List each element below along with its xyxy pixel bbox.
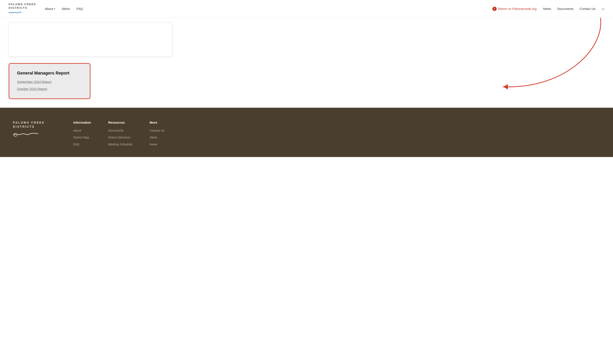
footer-col-more-heading: More	[150, 121, 165, 124]
return-to-palomacreek-link[interactable]: i Return to Palomacreek.org	[492, 7, 536, 11]
gm-report-section: General Managers Report September 2024 R…	[9, 63, 604, 99]
chevron-down-icon: ▾	[54, 8, 55, 10]
main-content: General Managers Report September 2024 R…	[0, 22, 613, 99]
footer-col-resources: Resources Documents District Elections M…	[108, 121, 132, 146]
footer-link-documents[interactable]: Documents	[108, 129, 132, 132]
main-nav: About ▾ Alerts FAQ	[45, 7, 83, 11]
footer-logo-area: PALOMA CREEK DISTRICTS	[13, 121, 60, 138]
site-header: PALOMA CREEK DISTRICTS About ▾ Alerts FA…	[0, 0, 613, 18]
footer-col-resources-links: Documents District Elections Meeting Sch…	[108, 129, 132, 146]
gm-report-title: General Managers Report	[17, 71, 82, 76]
footer-inner: PALOMA CREEK DISTRICTS Information About…	[13, 121, 600, 146]
logo-area[interactable]: PALOMA CREEK DISTRICTS	[9, 3, 36, 15]
logo-text: PALOMA CREEK DISTRICTS	[9, 3, 36, 10]
logo-wave-icon	[9, 10, 22, 14]
nav-faq[interactable]: FAQ	[77, 7, 83, 11]
nav-about[interactable]: About ▾	[45, 7, 55, 11]
footer-link-about[interactable]: About	[73, 129, 91, 132]
nav-news[interactable]: News	[543, 7, 551, 11]
footer-col-information: Information About District Map FAQ	[73, 121, 91, 146]
footer-col-resources-heading: Resources	[108, 121, 132, 124]
site-footer: PALOMA CREEK DISTRICTS Information About…	[0, 108, 613, 157]
september-report-link[interactable]: September 2024 Report	[17, 80, 82, 84]
footer-link-district-elections[interactable]: District Elections	[108, 135, 132, 139]
footer-col-more-links: Contact Us Alerts News	[150, 129, 165, 146]
gm-report-card: General Managers Report September 2024 R…	[9, 63, 91, 99]
info-icon: i	[492, 7, 497, 11]
footer-link-faq[interactable]: FAQ	[73, 142, 91, 146]
nav-documents[interactable]: Documents	[557, 7, 574, 11]
search-icon[interactable]: ⌕	[602, 6, 604, 11]
top-card	[9, 22, 172, 57]
footer-link-district-map[interactable]: District Map	[73, 135, 91, 139]
footer-logo-text: PALOMA CREEK DISTRICTS	[13, 121, 60, 129]
footer-link-news[interactable]: News	[150, 142, 165, 146]
header-right-nav: News Documents Contact Us	[543, 7, 596, 11]
footer-col-information-heading: Information	[73, 121, 91, 124]
header-right: i Return to Palomacreek.org News Documen…	[492, 6, 604, 11]
footer-link-contact-us[interactable]: Contact Us	[150, 129, 165, 132]
nav-contact-us[interactable]: Contact Us	[580, 7, 596, 11]
footer-col-more: More Contact Us Alerts News	[150, 121, 165, 146]
footer-link-meeting-schedule[interactable]: Meeting Schedule	[108, 142, 132, 146]
footer-columns: Information About District Map FAQ Resou…	[73, 121, 600, 146]
footer-col-information-links: About District Map FAQ	[73, 129, 91, 146]
nav-alerts[interactable]: Alerts	[62, 7, 70, 11]
footer-wave-icon	[13, 130, 39, 137]
october-report-link[interactable]: October 2024 Report	[17, 87, 82, 91]
gm-report-links: September 2024 Report October 2024 Repor…	[17, 80, 82, 91]
footer-link-alerts[interactable]: Alerts	[150, 135, 165, 139]
